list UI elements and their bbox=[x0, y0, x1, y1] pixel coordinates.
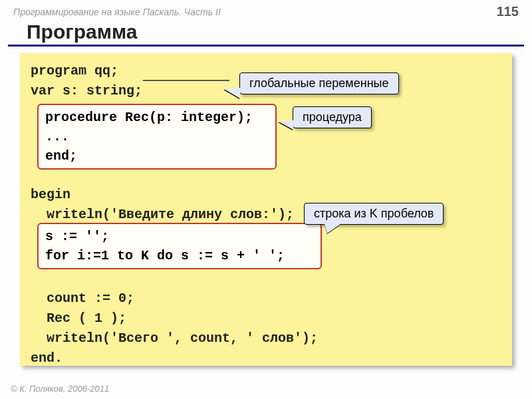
callout-global-vars: глобальные переменные bbox=[239, 72, 399, 94]
slide-title: Программа bbox=[8, 21, 524, 47]
page-number: 115 bbox=[497, 4, 519, 19]
procedure-box: procedure Rec(p: integer); ... end; bbox=[37, 104, 277, 170]
code-line: procedure Rec(p: integer); bbox=[45, 108, 269, 127]
copyright-footer: © К. Поляков, 2006-2011 bbox=[11, 384, 109, 394]
code-line: count := 0; bbox=[31, 289, 505, 309]
callout-tail bbox=[224, 88, 240, 98]
code-line: for i:=1 to K do s := s + ' '; bbox=[45, 246, 314, 265]
callout-text: глобальные переменные bbox=[249, 76, 389, 90]
code-line: Rec ( 1 ); bbox=[31, 309, 505, 329]
init-string-box: s := ''; for i:=1 to K do s := s + ' '; bbox=[37, 223, 322, 269]
callout-tail bbox=[279, 120, 293, 130]
connector-line bbox=[143, 80, 229, 81]
callout-text: строка из K пробелов bbox=[314, 207, 434, 220]
callout-text: процедура bbox=[303, 110, 362, 124]
callout-tail bbox=[325, 224, 340, 233]
code-line: s := ''; bbox=[45, 227, 314, 246]
callout-k-spaces: строка из K пробелов bbox=[304, 203, 444, 225]
course-title: Программирование на языке Паскаль. Часть… bbox=[13, 7, 221, 17]
callout-procedure: процедура bbox=[293, 106, 372, 128]
code-line: writeln('Всего ', count, ' слов'); bbox=[31, 329, 505, 348]
code-line: ... bbox=[45, 127, 269, 146]
code-line: begin bbox=[31, 185, 505, 205]
code-line: end; bbox=[45, 146, 269, 166]
slide-header: Программирование на языке Паскаль. Часть… bbox=[0, 0, 532, 21]
code-line: end. bbox=[31, 348, 505, 368]
